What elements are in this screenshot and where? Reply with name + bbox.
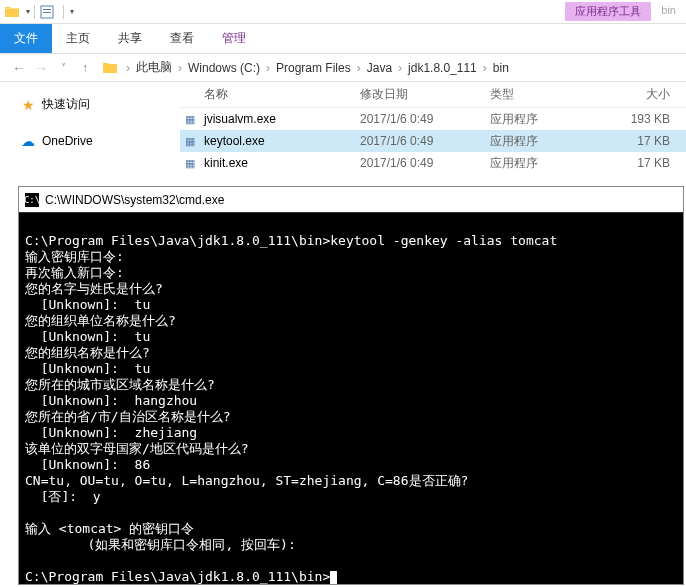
window-titlebar: ▾ ▾ 应用程序工具 bin: [0, 0, 686, 24]
crumb-sep-icon: ›: [264, 61, 272, 75]
file-name: kinit.exe: [200, 156, 360, 170]
navigation-pane: ★ 快速访问 ☁ OneDrive: [0, 82, 180, 182]
crumb-sep-icon: ›: [396, 61, 404, 75]
crumb-this-pc[interactable]: 此电脑: [132, 59, 176, 76]
file-size: 17 KB: [600, 134, 680, 148]
manage-tab[interactable]: 管理: [208, 24, 260, 53]
crumb-bin[interactable]: bin: [489, 61, 513, 75]
ribbon: 文件 主页 共享 查看 管理: [0, 24, 686, 54]
exe-icon: ▦: [180, 135, 200, 148]
exe-icon: ▦: [180, 157, 200, 170]
crumb-java[interactable]: Java: [363, 61, 396, 75]
crumb-sep-icon: ›: [481, 61, 489, 75]
column-headers: 名称 修改日期 类型 大小: [180, 82, 686, 108]
file-date: 2017/1/6 0:49: [360, 134, 490, 148]
up-button[interactable]: ↑: [74, 61, 96, 75]
file-list: 名称 修改日期 类型 大小 ▦jvisualvm.exe2017/1/6 0:4…: [180, 82, 686, 182]
folder-icon: [4, 4, 20, 20]
view-tab[interactable]: 查看: [156, 24, 208, 53]
header-type[interactable]: 类型: [490, 86, 600, 103]
file-name: keytool.exe: [200, 134, 360, 148]
crumb-sep-icon: ›: [124, 61, 132, 75]
window-title-folder: bin: [651, 2, 686, 21]
file-name: jvisualvm.exe: [200, 112, 360, 126]
properties-icon[interactable]: [39, 4, 55, 20]
onedrive-label: OneDrive: [42, 134, 93, 148]
file-row[interactable]: ▦jvisualvm.exe2017/1/6 0:49应用程序193 KB: [180, 108, 686, 130]
folder-icon: [102, 60, 118, 76]
file-row[interactable]: ▦keytool.exe2017/1/6 0:49应用程序17 KB: [180, 130, 686, 152]
quick-access-label: 快速访问: [42, 96, 90, 113]
onedrive-item[interactable]: ☁ OneDrive: [20, 129, 180, 153]
cmd-output[interactable]: C:\Program Files\Java\jdk1.8.0_111\bin>k…: [19, 213, 683, 587]
svg-rect-2: [43, 12, 51, 13]
header-size[interactable]: 大小: [600, 86, 680, 103]
file-tab[interactable]: 文件: [0, 24, 52, 53]
header-name[interactable]: 名称: [200, 86, 360, 103]
crumb-sep-icon: ›: [176, 61, 184, 75]
file-size: 193 KB: [600, 112, 680, 126]
file-size: 17 KB: [600, 156, 680, 170]
cmd-titlebar[interactable]: C:\ C:\WINDOWS\system32\cmd.exe: [19, 187, 683, 213]
cloud-icon: ☁: [20, 133, 36, 149]
crumb-drive[interactable]: Windows (C:): [184, 61, 264, 75]
quick-access-item[interactable]: ★ 快速访问: [20, 92, 180, 117]
file-date: 2017/1/6 0:49: [360, 156, 490, 170]
back-button[interactable]: ←: [8, 60, 30, 76]
file-row[interactable]: ▦kinit.exe2017/1/6 0:49应用程序17 KB: [180, 152, 686, 174]
file-type: 应用程序: [490, 111, 600, 128]
cmd-window: C:\ C:\WINDOWS\system32\cmd.exe C:\Progr…: [18, 186, 684, 585]
forward-button[interactable]: →: [30, 60, 52, 76]
cursor: [330, 571, 337, 584]
quick-access-dropdown-icon[interactable]: ▾: [26, 7, 30, 16]
file-type: 应用程序: [490, 133, 600, 150]
recent-dropdown-icon[interactable]: ˅: [52, 62, 74, 73]
exe-icon: ▦: [180, 113, 200, 126]
file-date: 2017/1/6 0:49: [360, 112, 490, 126]
customize-toolbar-icon[interactable]: ▾: [70, 7, 74, 16]
file-type: 应用程序: [490, 155, 600, 172]
crumb-program-files[interactable]: Program Files: [272, 61, 355, 75]
cmd-icon: C:\: [25, 193, 39, 207]
home-tab[interactable]: 主页: [52, 24, 104, 53]
crumb-sep-icon: ›: [355, 61, 363, 75]
cmd-title-text: C:\WINDOWS\system32\cmd.exe: [45, 193, 224, 207]
header-date[interactable]: 修改日期: [360, 86, 490, 103]
star-icon: ★: [20, 97, 36, 113]
share-tab[interactable]: 共享: [104, 24, 156, 53]
crumb-jdk[interactable]: jdk1.8.0_111: [404, 61, 481, 75]
context-tab-label: 应用程序工具: [565, 2, 651, 21]
address-bar: ← → ˅ ↑ › 此电脑 › Windows (C:) › Program F…: [0, 54, 686, 82]
svg-rect-1: [43, 9, 51, 10]
